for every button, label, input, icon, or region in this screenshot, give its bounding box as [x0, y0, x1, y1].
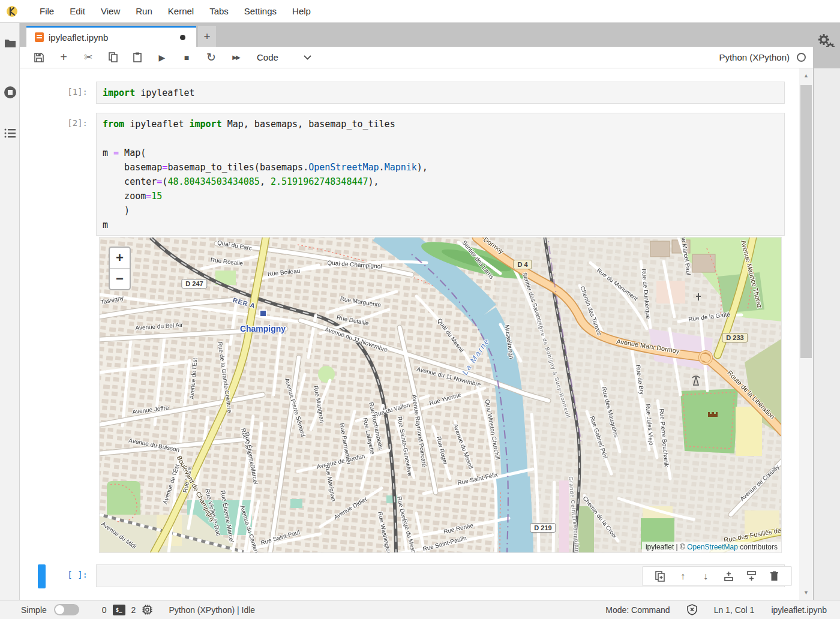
map-output[interactable]: Quai du ParcQuai de ChampignolRue Rosali… [99, 237, 782, 553]
cursor-position[interactable]: Ln 1, Col 1 [714, 605, 755, 615]
table-of-contents-icon[interactable] [0, 121, 20, 145]
copy-cells-icon[interactable] [107, 52, 118, 64]
map-labels-layer: Quai du ParcQuai de ChampignolRue Rosali… [100, 238, 782, 553]
simple-mode-toggle[interactable] [54, 604, 79, 615]
insert-cell-below-icon[interactable] [745, 570, 757, 582]
map-label: Avenue Maurice Thorez [740, 239, 764, 309]
scroll-down-icon[interactable]: ▼ [799, 588, 813, 597]
map-label: Quai du Mesnil [436, 317, 465, 353]
save-icon[interactable] [34, 52, 44, 64]
notebook-scrollbar[interactable]: ▲ ▼ [799, 68, 813, 600]
code-cell-1: [1]: import ipyleaflet [20, 82, 799, 104]
run-cell-icon[interactable]: ▶ [157, 52, 167, 64]
map-label: Rue Washington [377, 511, 392, 553]
menu-file[interactable]: File [32, 0, 62, 22]
app-logo-icon [5, 4, 19, 19]
map-label: Rue du Monument [596, 267, 639, 302]
map-label: Rue Pierre Bouchanik [658, 408, 670, 467]
cell-editor[interactable]: from ipyleaflet import Map, basemaps, ba… [96, 113, 785, 236]
map-label: Rue Gabriel Péri [589, 415, 608, 459]
command-mode-indicator[interactable]: Mode: Command [605, 605, 670, 615]
new-tab-button[interactable]: + [198, 26, 216, 47]
cell-type-dropdown[interactable]: Code [257, 52, 311, 62]
menu-kernel[interactable]: Kernel [160, 0, 202, 22]
menu-run[interactable]: Run [128, 0, 160, 22]
map-zoom-control: + − [109, 247, 131, 290]
menu-help[interactable]: Help [284, 0, 319, 22]
restart-kernel-icon[interactable]: ↻ [206, 52, 217, 64]
map-label: Rue Saint-Paulin [422, 534, 467, 552]
kernels-count[interactable]: 2 [131, 605, 136, 615]
running-kernels-icon[interactable] [0, 80, 20, 104]
paste-cells-icon[interactable] [132, 52, 143, 64]
map-label: Rue de la Gaîté [688, 311, 731, 322]
map-label: Avenue Raymond Poincaré [411, 394, 428, 467]
move-cell-up-icon[interactable]: ↑ [677, 570, 689, 582]
map-label: Rue des Maugrains [601, 386, 620, 438]
notebook-icon [35, 32, 44, 42]
move-cell-down-icon[interactable]: ↓ [700, 570, 712, 582]
kernel-idle-circle-icon [797, 53, 806, 62]
scroll-up-icon[interactable]: ▲ [799, 71, 813, 80]
map-label: Rue de Dunkerque [641, 269, 652, 320]
menu-settings[interactable]: Settings [236, 0, 284, 22]
map-label: Avenue du Mesnil [452, 423, 474, 470]
chevron-down-icon [304, 55, 311, 60]
map-label: Rue Marignan [313, 385, 326, 423]
map-label: Avenue de Cœuilly [739, 464, 781, 503]
map-label: Avenue du 11 Novembre [324, 326, 388, 353]
menu-edit[interactable]: Edit [62, 0, 93, 22]
map-label: Champigny [240, 324, 286, 333]
tab-ipyleaflet[interactable]: ipyleaflet.ipynb [26, 26, 196, 47]
map-label: Avenue de Verdun [316, 452, 365, 470]
map-label: Quai Winston Churchill [484, 399, 501, 460]
delete-cell-icon[interactable] [768, 570, 780, 582]
terminal-icon: $_ [113, 605, 125, 615]
status-filename: ipyleaflet.ipynb [771, 605, 827, 615]
map-label: Rue des Fusillés de [723, 527, 781, 544]
insert-cell-above-icon[interactable] [722, 570, 734, 582]
stop-kernel-icon[interactable]: ■ [181, 52, 192, 64]
duplicate-cell-icon[interactable] [654, 570, 666, 582]
map-label: Rue Étienne Marcel [220, 490, 235, 543]
cut-cells-icon[interactable]: ✂ [83, 52, 94, 64]
map-label: Rue de Bry [635, 364, 646, 395]
map-label: Route de la Libération [726, 369, 776, 420]
map-label: Rue Étienne Marcel [244, 432, 259, 485]
kernel-chip-icon [142, 604, 153, 615]
map-label: Avenue Didier [332, 495, 368, 521]
map-label: Rue Jules Viejo [645, 404, 655, 446]
map-label: Rue du Mesnil [401, 518, 418, 553]
menu-tabs[interactable]: Tabs [202, 0, 236, 22]
kernel-status-text[interactable]: Python (XPython) | Idle [169, 605, 255, 615]
map-label: Rue Yvonne [428, 391, 461, 407]
shield-x-icon[interactable] [687, 604, 697, 615]
map-label: Chemin des Tartres [579, 285, 603, 336]
map-label: Rue du Vallon [373, 401, 411, 418]
terminals-count[interactable]: 0 [102, 605, 107, 615]
kernel-indicator[interactable]: Python (XPython) [719, 52, 806, 62]
run-all-icon[interactable]: ▶▶ [230, 52, 241, 64]
attribution-prefix: ipyleaflet | © [646, 543, 687, 551]
file-browser-icon[interactable] [0, 31, 20, 55]
map-label: Rue Saint-Félix [457, 471, 498, 486]
map-label: Rue Boileau [267, 268, 300, 278]
tab-dirty-indicator[interactable] [180, 35, 185, 40]
road-badge: D 233 [722, 333, 748, 342]
scrollbar-thumb[interactable] [800, 85, 812, 358]
map-label: Dormoy [482, 237, 505, 255]
road-badge: D 219 [530, 523, 556, 533]
cell-editor[interactable]: import ipyleaflet [96, 82, 785, 104]
menu-view[interactable]: View [93, 0, 128, 22]
cell-prompt: [2]: [20, 113, 96, 236]
tabbar: ipyleaflet.ipynb + [20, 23, 840, 47]
map-label: Rue Sainte-Geneviève [397, 416, 413, 476]
notebook-panel: [1]: import ipyleaflet [2]: from ipyleaf… [20, 68, 799, 600]
zoom-in-button[interactable]: + [110, 248, 130, 268]
map-label: Tassigny [100, 295, 124, 306]
notebook-toolbar: + ✂ ▶ ■ ↻ ▶▶ Code Python (XPython) [20, 47, 813, 68]
zoom-out-button[interactable]: − [110, 269, 130, 289]
openstreetmap-link[interactable]: OpenStreetMap [687, 543, 738, 551]
map-label: Avenue de l'Est [188, 357, 199, 399]
insert-cell-icon[interactable]: + [58, 52, 69, 64]
